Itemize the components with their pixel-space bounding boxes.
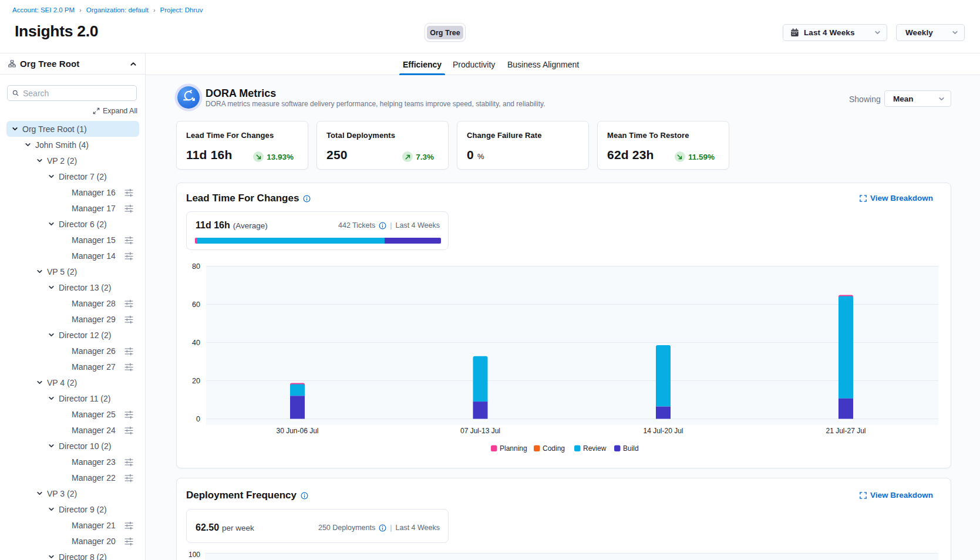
svg-text:07 Jul-13 Jul: 07 Jul-13 Jul [460,427,500,435]
svg-text:40: 40 [192,339,200,347]
svg-text:14 Jul-20 Jul: 14 Jul-20 Jul [643,427,683,435]
svg-text:100: 100 [188,551,200,559]
svg-text:80: 80 [192,262,200,271]
svg-text:Coding: Coding [543,444,565,453]
svg-text:30 Jun-06 Jul: 30 Jun-06 Jul [276,427,318,435]
svg-text:Review: Review [583,444,607,453]
svg-text:0: 0 [196,415,200,423]
svg-text:20: 20 [192,377,200,385]
svg-text:60: 60 [192,301,200,309]
svg-text:Build: Build [623,444,639,453]
svg-text:Planning: Planning [500,444,527,453]
svg-text:21 Jul-27 Jul: 21 Jul-27 Jul [826,427,866,435]
